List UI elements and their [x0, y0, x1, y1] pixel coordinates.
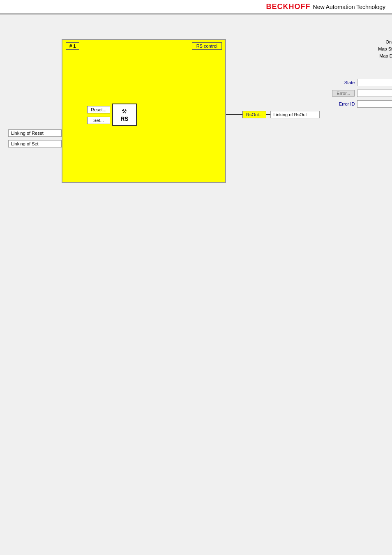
error-id-input[interactable]: [357, 100, 392, 108]
error-id-label: Error ID: [332, 101, 355, 106]
rs-block-container: Reset... Set... ⚒ RS: [87, 104, 137, 126]
left-labels-panel: Linking of Reset Linking of Set: [8, 39, 62, 147]
error-input[interactable]: [357, 90, 392, 97]
state-fields: State Error... Error ID: [332, 79, 392, 109]
reset-button[interactable]: Reset...: [87, 106, 110, 113]
map-diag-label: Map Diag: [379, 53, 392, 58]
map-diag-row: Map Diag: [379, 53, 392, 58]
online-label: Online: [386, 39, 392, 44]
canvas-top-bar: # 1 RS control: [62, 40, 225, 52]
rsout-row: RsOut... Linking of RsOut: [226, 111, 320, 118]
rsout-button[interactable]: RsOut...: [242, 111, 266, 118]
canvas-area: # 1 RS control Reset... Set... ⚒ RS: [62, 39, 226, 183]
rs-box: ⚒ RS: [112, 104, 137, 126]
linking-set-label: Linking of Set: [8, 140, 62, 147]
linking-reset-label: Linking of Reset: [8, 129, 62, 137]
logo: BECKHOFF New Automation Technology: [266, 2, 385, 11]
rsout-line: [266, 114, 270, 115]
error-button[interactable]: Error...: [332, 90, 355, 97]
canvas-wrapper: # 1 RS control Reset... Set... ⚒ RS: [62, 39, 320, 183]
map-state-row: Map State: [378, 46, 392, 51]
state-label: State: [332, 80, 355, 85]
rs-label: RS: [120, 115, 128, 122]
error-row: Error...: [332, 90, 392, 97]
rs-inputs: Reset... Set...: [87, 106, 110, 124]
right-panel: Online Map State Map Diag State Error...: [320, 39, 392, 109]
set-button[interactable]: Set...: [87, 117, 110, 124]
linking-rsout-label: Linking of RsOut: [270, 111, 320, 118]
map-state-label: Map State: [378, 46, 392, 51]
header: BECKHOFF New Automation Technology: [0, 0, 392, 14]
state-row: State: [332, 79, 392, 86]
rs-output-line: [226, 114, 242, 115]
state-input[interactable]: [357, 79, 392, 86]
online-row: Online: [386, 39, 392, 44]
brand-tagline: New Automation Technology: [313, 4, 385, 10]
rs-control-button[interactable]: RS control: [192, 42, 222, 50]
hash-label: # 1: [66, 42, 79, 50]
brand-name: BECKHOFF: [266, 2, 311, 11]
error-id-row: Error ID: [332, 100, 392, 108]
rs-icon: ⚒: [122, 108, 127, 115]
main-layout: Linking of Reset Linking of Set # 1 RS c…: [0, 14, 392, 191]
right-top-controls: Online Map State Map Diag: [332, 39, 392, 58]
